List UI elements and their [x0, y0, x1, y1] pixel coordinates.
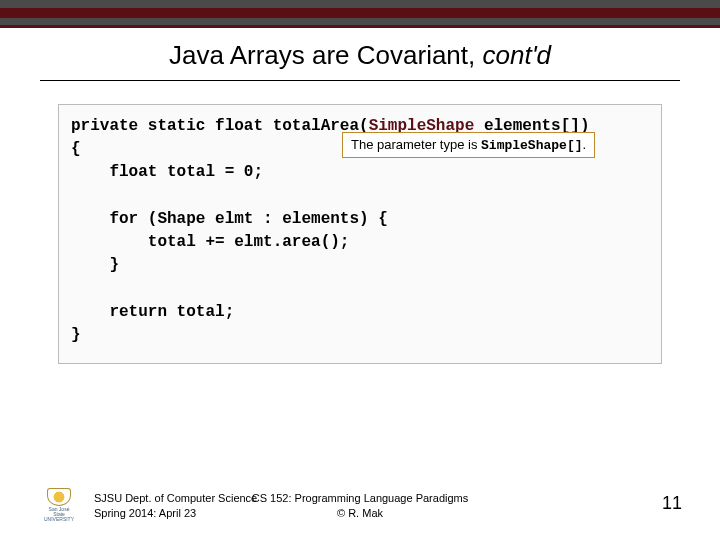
footer: San José State UNIVERSITY SJSU Dept. of …: [0, 488, 720, 528]
footer-course: CS 152: Programming Language Paradigms: [0, 491, 720, 505]
footer-center: CS 152: Programming Language Paradigms ©…: [0, 491, 720, 520]
annotation-type: SimpleShape[]: [481, 138, 582, 153]
title-text: Java Arrays are Covariant,: [169, 40, 483, 70]
code-line-5: total += elmt.area();: [71, 233, 349, 251]
title-underline: [40, 80, 680, 81]
bar-dark-2: [0, 18, 720, 25]
annotation-suffix: .: [582, 137, 586, 152]
bar-maroon-2: [0, 25, 720, 28]
decorative-top-bars: [0, 0, 720, 28]
code-line-6: }: [71, 256, 119, 274]
footer-copyright: © R. Mak: [0, 506, 720, 520]
code-line-4: for (Shape elmt : elements) {: [71, 210, 388, 228]
page-number: 11: [662, 493, 682, 514]
code-line-1a: private static float totalArea(: [71, 117, 369, 135]
title-italic: cont'd: [483, 40, 552, 70]
bar-maroon-1: [0, 8, 720, 18]
code-line-3: float total = 0;: [71, 163, 263, 181]
annotation-callout: The parameter type is SimpleShape[].: [342, 132, 595, 158]
annotation-prefix: The parameter type is: [351, 137, 481, 152]
bar-dark-1: [0, 0, 720, 8]
code-line-2: {: [71, 140, 81, 158]
slide-title: Java Arrays are Covariant, cont'd: [0, 40, 720, 71]
code-line-7: return total;: [71, 303, 234, 321]
code-line-8: }: [71, 326, 81, 344]
